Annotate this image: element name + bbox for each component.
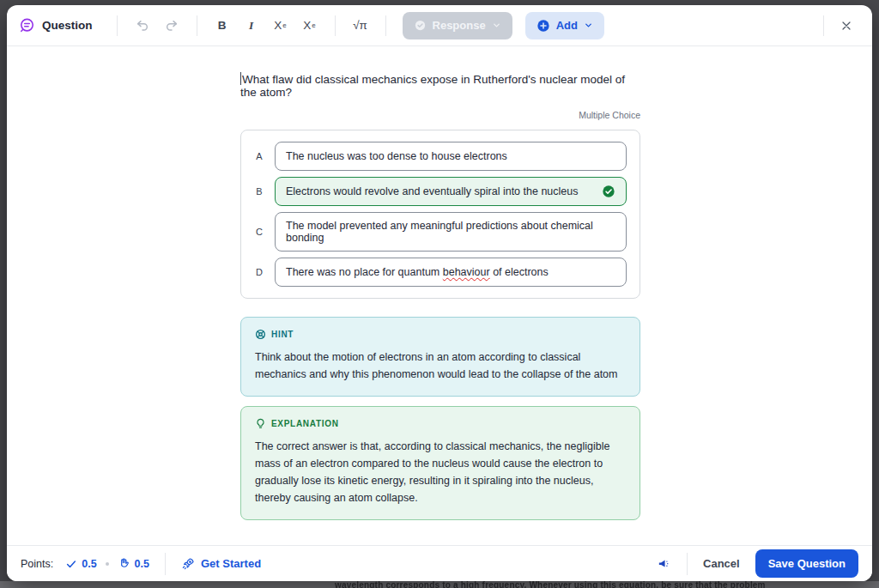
question-bubble-icon xyxy=(19,17,35,33)
rocket-icon xyxy=(181,557,195,571)
option-row-c: C The model prevented any meaningful pre… xyxy=(254,212,627,252)
undo-button[interactable] xyxy=(130,13,155,39)
option-text: Electrons would revolve and eventually s… xyxy=(286,185,578,197)
text-cursor xyxy=(240,72,241,85)
superscript-mark: e xyxy=(282,22,286,29)
math-formula-button[interactable]: √π xyxy=(348,13,373,39)
explanation-label: EXPLANATION xyxy=(271,419,339,428)
bold-button[interactable]: B xyxy=(209,13,235,39)
option-text-post: of electrons xyxy=(490,266,549,278)
hint-card[interactable]: HINT Think about the motion of electrons… xyxy=(240,317,640,397)
redo-button[interactable] xyxy=(159,13,185,39)
correct-points-value: 0.5 xyxy=(82,558,96,570)
option-row-a: A The nucleus was too dense to house ele… xyxy=(254,142,627,171)
announcement-button[interactable] xyxy=(657,556,671,571)
hint-label: HINT xyxy=(271,330,294,339)
explanation-card[interactable]: EXPLANATION The correct answer is that, … xyxy=(240,406,640,520)
undo-icon xyxy=(136,19,149,33)
add-label: Add xyxy=(556,19,578,32)
question-title-group: Question xyxy=(19,17,105,33)
redo-icon xyxy=(165,19,179,33)
subscript-mark: e xyxy=(312,22,315,29)
subscript-base: X xyxy=(303,20,311,32)
badge-icon xyxy=(414,19,427,32)
misspelled-word: behaviour xyxy=(443,266,490,278)
toolbar-divider xyxy=(117,15,118,36)
footer-right: Cancel Save Question xyxy=(657,549,858,578)
partial-points-control[interactable]: 0.5 xyxy=(118,557,149,570)
footer-divider xyxy=(687,553,688,575)
get-started-label: Get Started xyxy=(201,557,261,570)
editor-footer: Points: 0.5 0.5 xyxy=(7,545,872,581)
check-icon xyxy=(65,558,77,570)
toolbar-divider xyxy=(197,15,197,36)
chevron-down-icon xyxy=(584,21,593,30)
option-text: The model prevented any meaningful predi… xyxy=(286,220,615,244)
editor-content: What flaw did classical mechanics expose… xyxy=(7,46,872,545)
question-type-label: Multiple Choice xyxy=(240,110,640,120)
option-text: There was no place for quantum behaviour… xyxy=(286,266,549,278)
footer-divider xyxy=(165,553,166,575)
superscript-button[interactable]: Xe xyxy=(268,13,294,39)
option-input-b-correct[interactable]: Electrons would revolve and eventually s… xyxy=(275,177,627,206)
superscript-base: X xyxy=(274,20,282,32)
partial-points-value: 0.5 xyxy=(135,558,149,570)
close-icon xyxy=(840,19,853,33)
option-input-a[interactable]: The nucleus was too dense to house elect… xyxy=(275,142,627,171)
option-text-pre: There was no place for quantum xyxy=(286,266,443,278)
toolbar-divider xyxy=(335,15,336,36)
option-input-c[interactable]: The model prevented any meaningful predi… xyxy=(275,212,627,252)
explanation-text: The correct answer is that, according to… xyxy=(255,438,626,506)
megaphone-icon xyxy=(657,556,671,571)
response-label: Response xyxy=(433,19,486,32)
close-button[interactable] xyxy=(833,12,860,39)
lifebuoy-hint-icon xyxy=(255,329,266,340)
question-text: What flaw did classical mechanics expose… xyxy=(240,73,625,99)
option-input-d[interactable]: There was no place for quantum behaviour… xyxy=(275,258,627,287)
subscript-button[interactable]: Xe xyxy=(297,13,323,39)
option-letter: C xyxy=(254,227,264,237)
toolbar-divider xyxy=(823,15,824,36)
toolbar-divider xyxy=(385,15,386,36)
dot-separator xyxy=(106,562,109,566)
hand-icon xyxy=(118,557,130,570)
background-page-text: wavelength corresponds to a high frequen… xyxy=(335,581,766,588)
background-page: wavelength corresponds to a high frequen… xyxy=(0,581,879,588)
response-dropdown-button[interactable]: Response xyxy=(403,12,512,39)
chevron-down-icon xyxy=(492,21,501,30)
toolbar-right xyxy=(815,12,860,39)
option-row-d: D There was no place for quantum behavio… xyxy=(254,258,627,287)
question-title-label: Question xyxy=(42,19,93,32)
editor-toolbar: Question B I Xe Xe √π xyxy=(7,5,872,46)
option-text: The nucleus was too dense to house elect… xyxy=(286,150,507,162)
cancel-button[interactable]: Cancel xyxy=(703,557,740,570)
explanation-header: EXPLANATION xyxy=(255,418,626,429)
correct-answer-check-icon[interactable] xyxy=(602,185,615,198)
save-question-button[interactable]: Save Question xyxy=(755,549,858,578)
lightbulb-icon xyxy=(255,418,266,429)
option-row-b: B Electrons would revolve and eventually… xyxy=(254,177,627,206)
option-letter: B xyxy=(254,186,264,197)
answer-options-panel: A The nucleus was too dense to house ele… xyxy=(240,130,640,299)
question-text-editor[interactable]: What flaw did classical mechanics expose… xyxy=(240,46,640,99)
add-dropdown-button[interactable]: Add xyxy=(525,12,604,39)
question-editor-modal: Question B I Xe Xe √π xyxy=(7,5,872,581)
italic-button[interactable]: I xyxy=(239,13,264,39)
correct-points-control[interactable]: 0.5 xyxy=(65,558,96,570)
points-label: Points: xyxy=(21,558,53,570)
get-started-button[interactable]: Get Started xyxy=(181,557,261,571)
option-letter: D xyxy=(254,267,264,277)
plus-circle-icon xyxy=(536,19,550,33)
hint-text: Think about the motion of electrons in a… xyxy=(255,349,626,383)
hint-header: HINT xyxy=(255,329,626,340)
option-letter: A xyxy=(254,151,264,161)
